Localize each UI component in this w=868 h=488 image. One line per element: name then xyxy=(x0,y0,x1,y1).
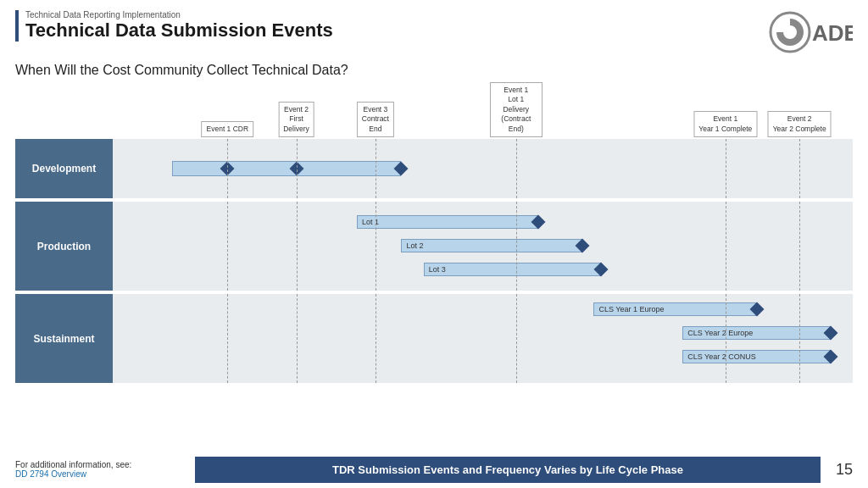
vline-lot1 xyxy=(516,139,517,198)
page-number: 15 xyxy=(831,461,853,479)
question-text: When Will the Cost Community Collect Tec… xyxy=(0,59,868,85)
chart-area: Event 1 CDR Event 2FirstDelivery Event 3… xyxy=(15,85,853,383)
event-4: Event 1Lot 1 Delivery(Contract End) xyxy=(490,82,542,137)
development-label: Development xyxy=(15,139,113,198)
lot3-label: Lot 3 xyxy=(429,265,446,274)
development-bar xyxy=(172,161,402,176)
lot3-bar: Lot 3 xyxy=(424,263,602,276)
production-lane: Production Lot 1 Lot 2 Lot 3 xyxy=(15,202,853,291)
vline-yr1 xyxy=(726,139,726,198)
event-1-cdr: Event 1 CDR xyxy=(202,121,254,137)
event-5: Event 1Year 1 Complete xyxy=(693,111,757,137)
footer-banner: TDR Submission Events and Frequency Vari… xyxy=(195,457,821,483)
production-label: Production xyxy=(15,202,113,291)
event-2: Event 2FirstDelivery xyxy=(278,102,314,137)
footer: For additional information, see: DD 2794… xyxy=(0,451,868,488)
lot1-label: Lot 1 xyxy=(362,218,379,226)
footer-link[interactable]: DD 2794 Overview xyxy=(15,469,86,479)
sustainment-label: Sustainment xyxy=(15,294,113,383)
footer-note-line: For additional information, see: xyxy=(15,460,185,469)
events-header: Event 1 CDR Event 2FirstDelivery Event 3… xyxy=(15,85,853,137)
cls1-bar: CLS Year 1 Europe xyxy=(593,302,756,316)
lot2-label: Lot 2 xyxy=(406,241,423,250)
page-title: Technical Data Submission Events xyxy=(25,19,333,42)
development-content xyxy=(113,139,853,198)
lot1-bar: Lot 1 xyxy=(357,215,538,229)
event-6: Event 2Year 2 Complete xyxy=(768,111,832,137)
sustainment-content: CLS Year 1 Europe CLS Year 2 Europe CLS … xyxy=(113,294,853,383)
svg-point-0 xyxy=(771,13,810,52)
cls3-label: CLS Year 2 CONUS xyxy=(687,352,756,361)
production-content: Lot 1 Lot 2 Lot 3 xyxy=(113,202,853,291)
sustainment-lane: Sustainment CLS Year 1 Europe CLS Year 2… xyxy=(15,294,853,383)
header-subtitle: Technical Data Reporting Implementation xyxy=(25,10,333,19)
header-left: Technical Data Reporting Implementation … xyxy=(15,10,333,42)
cls3-bar: CLS Year 2 CONUS xyxy=(682,350,831,363)
svg-text:ADE: ADE xyxy=(812,20,853,46)
logo: ADE xyxy=(768,10,853,54)
cls1-label: CLS Year 1 Europe xyxy=(598,305,664,313)
lot2-bar: Lot 2 xyxy=(401,239,582,252)
cls2-bar: CLS Year 2 Europe xyxy=(682,326,831,340)
cade-logo: ADE xyxy=(768,10,853,54)
cls2-label: CLS Year 2 Europe xyxy=(687,329,753,337)
development-lane: Development xyxy=(15,139,853,198)
vline-yr2 xyxy=(799,139,800,198)
event-3: Event 3ContractEnd xyxy=(357,102,394,137)
header: Technical Data Reporting Implementation … xyxy=(0,0,868,59)
footer-note: For additional information, see: DD 2794… xyxy=(15,460,185,479)
